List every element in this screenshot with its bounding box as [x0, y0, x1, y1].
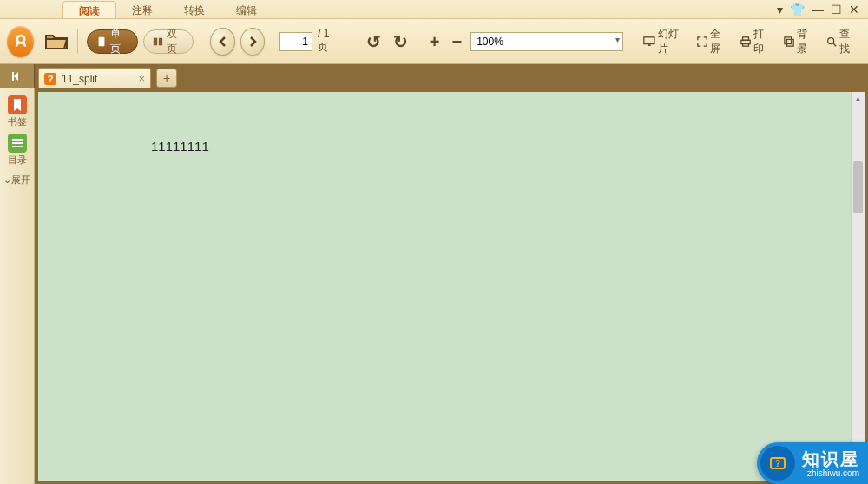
- slideshow-button[interactable]: 幻灯片: [640, 29, 688, 54]
- slideshow-icon: [643, 36, 655, 48]
- svg-rect-11: [12, 139, 23, 141]
- app-logo-icon[interactable]: [7, 26, 34, 57]
- background-label: 背景: [797, 27, 815, 56]
- toc-icon: [8, 134, 27, 153]
- document-tab[interactable]: ? 11_split ×: [38, 68, 151, 88]
- svg-rect-10: [12, 72, 14, 81]
- document-viewport[interactable]: 11111111: [38, 92, 851, 481]
- window-maximize-icon[interactable]: ☐: [831, 3, 842, 16]
- search-icon: [826, 36, 837, 48]
- page-icon: [96, 36, 107, 48]
- arrow-left-icon: [216, 35, 230, 49]
- svg-rect-3: [644, 36, 654, 43]
- print-button[interactable]: 打印: [737, 29, 775, 54]
- page-total-label: / 1页: [318, 28, 337, 55]
- zoom-in-button[interactable]: +: [426, 29, 444, 54]
- menu-tab-annotate[interactable]: 注释: [116, 1, 168, 18]
- window-pin-icon[interactable]: 👕: [790, 3, 805, 16]
- new-tab-button[interactable]: +: [156, 69, 177, 88]
- window-dropdown-icon[interactable]: ▾: [777, 3, 783, 16]
- document-type-icon: ?: [44, 73, 56, 85]
- menu-tabs: 阅读 注释 转换 编辑: [62, 0, 273, 18]
- sidebar-expand-button[interactable]: ⌄展开: [3, 173, 30, 186]
- watermark-title: 知识屋: [802, 449, 859, 468]
- redo-icon: ↻: [393, 33, 408, 50]
- sidebar-item-bookmark[interactable]: 书签: [4, 94, 30, 130]
- document-tab-title: 11_split: [62, 73, 97, 85]
- undo-icon: ↺: [366, 33, 381, 50]
- watermark-url: zhishiwu.com: [802, 468, 859, 478]
- watermark-badge: ? 知识屋 zhishiwu.com: [757, 442, 868, 484]
- menu-tab-read[interactable]: 阅读: [62, 1, 116, 18]
- collapse-left-icon: [10, 70, 24, 82]
- sidebar-toc-label: 目录: [8, 154, 27, 167]
- toolbar: 单页 双页 / 1页 ↺ ↻ + − 幻灯片 全屏 打印 背景 查找: [0, 19, 868, 64]
- svg-rect-2: [159, 37, 162, 45]
- document-tab-bar: ? 11_split × +: [0, 64, 868, 88]
- double-page-icon: [153, 36, 163, 48]
- svg-rect-13: [12, 146, 23, 147]
- vertical-scrollbar[interactable]: ▲ ▼: [851, 92, 865, 481]
- svg-rect-8: [786, 39, 793, 46]
- minus-icon: −: [451, 33, 462, 50]
- content-wrap: 11111111 ▲ ▼: [35, 88, 868, 484]
- page-number-input[interactable]: [279, 32, 312, 51]
- window-minimize-icon[interactable]: ―: [812, 3, 824, 16]
- menu-tab-convert[interactable]: 转换: [168, 1, 220, 18]
- sidebar-item-toc[interactable]: 目录: [4, 132, 30, 168]
- sidebar-expand-label: 展开: [11, 174, 30, 185]
- print-label: 打印: [753, 27, 772, 56]
- svg-rect-6: [742, 43, 748, 45]
- zoom-select-wrap: [470, 32, 623, 51]
- double-page-label: 双页: [167, 27, 185, 56]
- svg-point-9: [828, 37, 834, 43]
- sidebar: 书签 目录 ⌄展开: [0, 88, 35, 484]
- document-text: 11111111: [151, 139, 209, 154]
- single-page-button[interactable]: 单页: [87, 29, 138, 54]
- bookmark-icon: [8, 95, 27, 114]
- double-page-button[interactable]: 双页: [143, 29, 194, 54]
- menu-bar: 阅读 注释 转换 编辑 ▾ 👕 ― ☐ ✕: [0, 0, 868, 19]
- svg-rect-12: [12, 142, 23, 144]
- background-icon: [784, 36, 794, 48]
- slideshow-label: 幻灯片: [658, 27, 685, 56]
- print-icon: [740, 36, 751, 48]
- scroll-thumb[interactable]: [853, 161, 863, 213]
- find-label: 查找: [839, 27, 858, 56]
- fullscreen-icon: [697, 36, 707, 48]
- single-page-label: 单页: [110, 27, 128, 56]
- tab-close-icon[interactable]: ×: [138, 72, 145, 85]
- background-button[interactable]: 背景: [780, 29, 819, 54]
- fullscreen-label: 全屏: [710, 27, 728, 56]
- undo-button[interactable]: ↺: [363, 29, 385, 54]
- find-button[interactable]: 查找: [823, 29, 861, 54]
- plus-icon: +: [430, 33, 440, 50]
- svg-text:?: ?: [775, 459, 780, 468]
- window-controls: ▾ 👕 ― ☐ ✕: [777, 0, 868, 18]
- watermark-logo-icon: ?: [760, 446, 795, 481]
- zoom-out-button[interactable]: −: [448, 29, 465, 54]
- svg-rect-0: [99, 36, 105, 45]
- scroll-up-icon[interactable]: ▲: [852, 92, 865, 106]
- svg-rect-7: [784, 36, 791, 43]
- sidebar-bookmark-label: 书签: [8, 115, 27, 128]
- zoom-select[interactable]: [470, 32, 623, 51]
- main-area: 书签 目录 ⌄展开 11111111 ▲ ▼: [0, 88, 868, 484]
- watermark-text: 知识屋 zhishiwu.com: [802, 449, 859, 478]
- open-file-icon[interactable]: [44, 31, 69, 52]
- divider: [77, 29, 78, 54]
- chevron-down-icon: ⌄: [3, 174, 11, 185]
- svg-rect-1: [154, 37, 157, 45]
- sidebar-collapse-button[interactable]: [0, 64, 35, 88]
- menu-tab-edit[interactable]: 编辑: [220, 1, 273, 18]
- arrow-right-icon: [246, 35, 260, 49]
- next-page-button[interactable]: [240, 28, 265, 56]
- redo-button[interactable]: ↻: [390, 29, 411, 54]
- window-close-icon[interactable]: ✕: [849, 3, 859, 16]
- prev-page-button[interactable]: [210, 28, 234, 56]
- fullscreen-button[interactable]: 全屏: [694, 29, 732, 54]
